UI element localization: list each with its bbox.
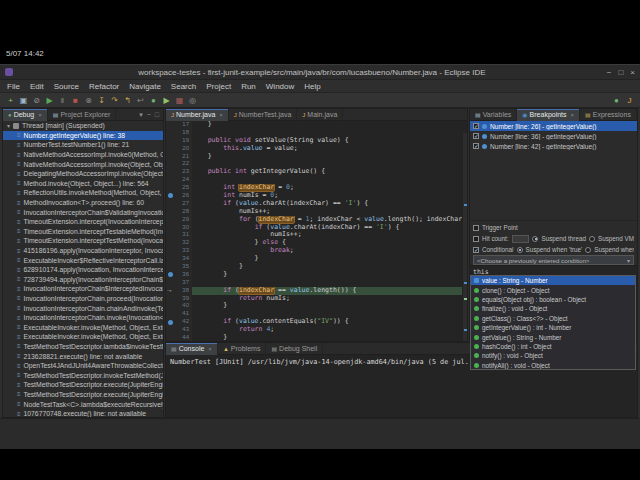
breakpoint-icon[interactable] — [168, 320, 173, 325]
tab-number-java[interactable]: JNumber.java× — [166, 109, 229, 121]
step-into-icon[interactable]: ↧ — [95, 94, 108, 107]
line-marker[interactable] — [166, 318, 174, 326]
menu-file[interactable]: File — [2, 82, 25, 91]
perspective-java-icon[interactable]: J — [623, 94, 636, 107]
view-menu-icon[interactable]: ▾ — [139, 109, 143, 121]
line-marker[interactable] — [166, 192, 174, 200]
tab-project-explorer[interactable]: ▤Project Explorer — [48, 109, 116, 121]
tab-problems[interactable]: ▲Problems — [218, 343, 267, 355]
terminate-icon[interactable]: ■ — [69, 94, 82, 107]
completion-item[interactable]: getClass() : Class<?> - Object — [471, 314, 635, 323]
tab-debug-shell[interactable]: ▤Debug Shell — [266, 343, 323, 355]
completion-item[interactable]: notify() : void - Object — [471, 351, 635, 360]
close-button[interactable]: × — [630, 65, 635, 80]
code-line[interactable]: 24 — [166, 176, 467, 184]
code-line[interactable]: 41 — [166, 310, 467, 318]
thread-row[interactable]: ▾ Thread [main] (Suspended) — [3, 121, 163, 131]
stack-frame[interactable]: ≡Method.invoke(Object, Object...) line: … — [3, 179, 163, 189]
stack-frame[interactable]: ≡TestMethodTestDescriptor.execute(Jupite… — [3, 380, 163, 390]
code-line[interactable]: 36 } — [166, 271, 467, 279]
search-icon[interactable]: ◎ — [186, 94, 199, 107]
line-marker[interactable] — [166, 224, 174, 232]
stack-frame[interactable]: ≡NodeTestTask<C>.lambda$executeRecursive… — [3, 399, 163, 409]
line-marker[interactable] — [166, 239, 174, 247]
stack-frame[interactable]: ≡628910174.apply(Invocation, InvocationI… — [3, 265, 163, 275]
code-line[interactable]: 25 int indexChar = 0; — [166, 184, 467, 192]
stack-frame[interactable]: ≡TestMethodTestDescriptor.lambda$invokeT… — [3, 342, 163, 352]
menu-navigate[interactable]: Navigate — [124, 82, 166, 91]
stack-frame[interactable]: ≡OpenTest4JAndJUnit4AwareThrowableCollec… — [3, 361, 163, 371]
line-marker[interactable] — [166, 231, 174, 239]
close-tab-icon[interactable]: × — [38, 112, 42, 118]
resume-icon[interactable]: ▶ — [43, 94, 56, 107]
run-icon[interactable]: ▶ — [160, 94, 173, 107]
stack-frame[interactable]: ≡ExecutableInvoker.invoke(Method, Object… — [3, 322, 163, 332]
line-marker[interactable]: → — [166, 287, 174, 295]
line-marker[interactable] — [166, 153, 174, 161]
code-line[interactable]: 42 if (value.contentEquals("IV")) { — [166, 318, 467, 326]
breakpoint-icon[interactable] — [168, 272, 173, 277]
stack-frame[interactable]: ≡InvocationInterceptorChain.invoke(Invoc… — [3, 313, 163, 323]
completion-item[interactable]: value : String - Number — [471, 276, 635, 285]
line-marker[interactable] — [166, 121, 174, 129]
line-marker[interactable] — [166, 310, 174, 318]
tab-variables[interactable]: ▤Variables — [470, 109, 517, 121]
code-line[interactable]: →38 if (indexChar == value.length()) { — [166, 287, 467, 295]
stack-frame[interactable]: ≡InvocationInterceptorChain.chainAndInvo… — [3, 303, 163, 313]
hit-count-input[interactable] — [512, 235, 530, 243]
breakpoint-row[interactable]: Number [line: 42] - getIntegerValue() — [470, 141, 637, 151]
coverage-icon[interactable]: ▦ — [173, 94, 186, 107]
code-line[interactable]: 21 } — [166, 153, 467, 161]
breakpoint-checkbox[interactable] — [473, 123, 479, 129]
line-marker[interactable] — [166, 334, 174, 341]
suspend-when-true-radio[interactable] — [517, 247, 523, 253]
stack-frame[interactable]: ≡TimeoutExtension.intercept(InvocationIn… — [3, 217, 163, 227]
conditional-checkbox[interactable] — [473, 247, 479, 253]
line-marker[interactable] — [166, 145, 174, 153]
code-line[interactable]: 35 } — [166, 263, 467, 271]
line-marker[interactable] — [166, 129, 174, 137]
code-line[interactable]: 43 return 4; — [166, 326, 467, 334]
minimize-view-icon[interactable]: − — [147, 109, 151, 121]
suspend-vm-radio[interactable] — [589, 236, 595, 242]
code-line[interactable]: 27 if (value.charAt(indexChar) == 'I') { — [166, 200, 467, 208]
line-marker[interactable] — [166, 216, 174, 224]
code-line[interactable]: 34 } — [166, 255, 467, 263]
suspend-thread-radio[interactable] — [532, 236, 538, 242]
tab-expressions[interactable]: ▤Expressions — [580, 109, 637, 121]
stack-frame[interactable]: ≡213628821.execute() line: not available — [3, 351, 163, 361]
code-line[interactable]: 31 numIs++; — [166, 231, 467, 239]
line-marker[interactable] — [166, 137, 174, 145]
stack-frame[interactable]: ≡728739494.apply(InvocationInterceptorCh… — [3, 275, 163, 285]
line-marker[interactable] — [166, 271, 174, 279]
stack-frame[interactable]: ≡Number.getIntegerValue() line: 38 — [3, 131, 163, 141]
code-line[interactable]: 44 } — [166, 334, 467, 341]
close-tab-icon[interactable]: × — [219, 112, 223, 118]
maximize-button[interactable]: □ — [618, 65, 623, 80]
tab-numbertest-java[interactable]: JNumberTest.java — [229, 109, 298, 121]
completion-item[interactable]: equals(Object obj) : boolean - Object — [471, 295, 635, 304]
line-marker[interactable] — [166, 247, 174, 255]
code-line[interactable]: 26 int numIs = 0; — [166, 192, 467, 200]
stack-frame[interactable]: ≡1076770748.execute() line: not availabl… — [3, 409, 163, 418]
drop-to-frame-icon[interactable]: ↩ — [134, 94, 147, 107]
breakpoint-checkbox[interactable] — [473, 143, 479, 149]
code-line[interactable]: 30 if (value.charAt(indexChar) == 'I') { — [166, 224, 467, 232]
step-over-icon[interactable]: ↷ — [108, 94, 121, 107]
hit-count-checkbox[interactable] — [473, 236, 479, 242]
step-return-icon[interactable]: ↰ — [121, 94, 134, 107]
menu-source[interactable]: Source — [49, 82, 84, 91]
tab-breakpoints[interactable]: ◉Breakpoints× — [517, 109, 580, 121]
code-line[interactable]: 32 } else { — [166, 239, 467, 247]
line-marker[interactable] — [166, 200, 174, 208]
overview-ruler[interactable] — [462, 133, 467, 341]
completion-item[interactable]: hashCode() : int - Object — [471, 342, 635, 351]
perspective-debug-icon[interactable]: ● — [610, 94, 623, 107]
condition-history-dropdown[interactable]: <Choose a previously entered condition> … — [473, 255, 634, 265]
menu-window[interactable]: Window — [261, 82, 299, 91]
code-line[interactable]: 17 } — [166, 121, 467, 129]
menu-edit[interactable]: Edit — [25, 82, 49, 91]
stack-frame[interactable]: ≡TimeoutExtension.interceptTestableMetho… — [3, 227, 163, 237]
code-line[interactable]: 28 numIs++; — [166, 208, 467, 216]
stack-frame[interactable]: ≡TimeoutExtension.interceptTestMethod(In… — [3, 236, 163, 246]
